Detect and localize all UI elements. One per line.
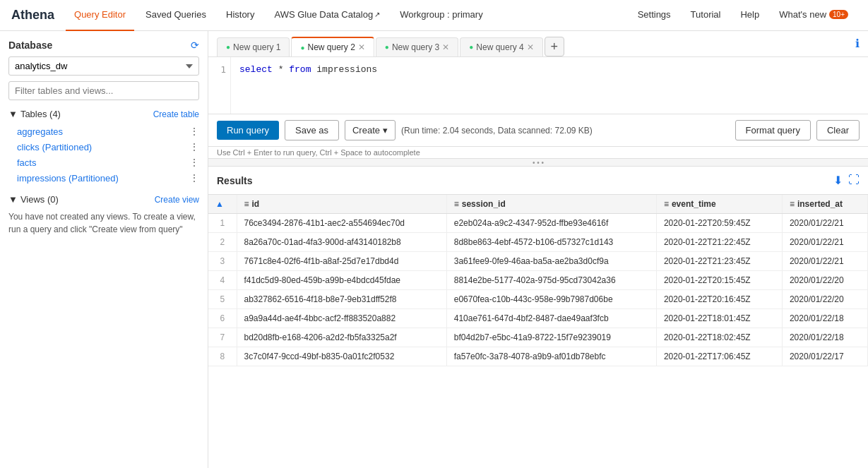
nav-tutorial[interactable]: Tutorial — [682, 0, 730, 31]
chevron-down-create-icon: ▾ — [383, 125, 388, 136]
info-icon[interactable]: ℹ — [855, 37, 860, 50]
tab-status-icon-3: ● — [385, 43, 389, 51]
nav-whats-new[interactable]: What's new 10+ — [771, 0, 857, 31]
views-section: ▼ Views (0) Create view You have not cre… — [8, 194, 199, 236]
tables-section-label: ▼ Tables (4) — [8, 109, 61, 119]
nav-help[interactable]: Help — [732, 0, 768, 31]
editor-gutter: 1 — [208, 57, 231, 114]
tab-close-4[interactable]: ✕ — [527, 43, 534, 52]
table-item-facts[interactable]: facts ⋮ — [8, 155, 199, 170]
sort-icon-event-time: ≡ — [664, 199, 669, 209]
cell-session-id: 410ae761-647d-4bf2-8487-dae49aaf3fcb — [446, 309, 656, 328]
cell-id: bd20d8fb-e168-4206-a2d2-fb5fa3325a2f — [237, 328, 446, 347]
cell-inserted-at: 2020/01/22/18 — [782, 328, 867, 347]
table-menu-aggregates[interactable]: ⋮ — [189, 126, 199, 137]
cell-id: a9a9a44d-ae4f-4bbc-acf2-ff883520a882 — [237, 309, 446, 328]
cell-id: 8a26a70c-01ad-4fa3-900d-af43140182b8 — [237, 233, 446, 252]
table-row: 6 a9a9a44d-ae4f-4bbc-acf2-ff883520a882 4… — [208, 309, 868, 328]
cell-num: 3 — [208, 252, 237, 271]
run-query-button[interactable]: Run query — [217, 121, 279, 140]
run-info: (Run time: 2.04 seconds, Data scanned: 7… — [401, 126, 593, 136]
database-select[interactable]: analytics_dw — [8, 56, 199, 76]
table-item-impressions[interactable]: impressions (Partitioned) ⋮ — [8, 170, 199, 186]
tab-label-3: New query 3 — [392, 42, 439, 52]
cell-event-time: 2020-01-22T18:01:45Z — [656, 309, 782, 328]
table-menu-facts[interactable]: ⋮ — [189, 157, 199, 168]
sort-icon-num[interactable]: ▲ — [215, 199, 224, 209]
clear-button[interactable]: Clear — [816, 120, 860, 140]
cell-id: ab327862-6516-4f18-b8e7-9eb31dff52f8 — [237, 290, 446, 309]
table-menu-impressions[interactable]: ⋮ — [189, 172, 199, 184]
create-button[interactable]: Create ▾ — [345, 120, 396, 140]
nav-settings[interactable]: Settings — [629, 0, 679, 31]
table-name-aggregates: aggregates — [17, 126, 63, 137]
col-header-session-id[interactable]: ≡ session_id — [446, 195, 656, 214]
nav-right-actions: Settings Tutorial Help What's new 10+ — [629, 0, 857, 31]
save-as-button[interactable]: Save as — [285, 120, 339, 140]
filter-input[interactable] — [8, 81, 199, 100]
views-section-header: ▼ Views (0) Create view — [8, 194, 199, 205]
tab-close-2[interactable]: ✕ — [358, 43, 365, 52]
tab-new-query-2[interactable]: ● New query 2 ✕ — [291, 37, 374, 56]
add-tab-button[interactable]: + — [545, 37, 564, 56]
sort-icon-session-id: ≡ — [454, 199, 459, 209]
tab-close-3[interactable]: ✕ — [442, 43, 449, 52]
tab-new-query-1[interactable]: ● New query 1 — [217, 37, 290, 56]
table-row: 3 7671c8e4-02f6-4f1b-a8af-25d7e17dbd4d 3… — [208, 252, 868, 271]
expand-icon[interactable]: ⛶ — [848, 174, 860, 187]
table-name-impressions: impressions (Partitioned) — [17, 173, 119, 184]
cell-inserted-at: 2020/01/22/17 — [782, 347, 867, 366]
cell-session-id: 8d8be863-4ebf-4572-b106-d57327c1d143 — [446, 233, 656, 252]
views-section-label: ▼ Views (0) — [8, 194, 59, 205]
cell-event-time: 2020-01-22T21:22:45Z — [656, 233, 782, 252]
col-header-id[interactable]: ≡ id — [237, 195, 446, 214]
nav-saved-queries[interactable]: Saved Queries — [137, 0, 215, 31]
table-menu-clicks[interactable]: ⋮ — [189, 141, 199, 152]
sidebar: Database ⟳ analytics_dw ▼ Tables (4) Cre… — [0, 31, 208, 468]
cell-event-time: 2020-01-22T17:06:45Z — [656, 347, 782, 366]
tab-new-query-4[interactable]: ● New query 4 ✕ — [460, 37, 542, 56]
tab-status-icon-2: ● — [300, 44, 304, 52]
chevron-down-icon: ▼ — [8, 109, 18, 119]
cell-event-time: 2020-01-22T21:23:45Z — [656, 252, 782, 271]
nav-history[interactable]: History — [218, 0, 263, 31]
table-row: 1 76ce3494-2876-41b1-aec2-a554694ec70d e… — [208, 214, 868, 233]
resize-handle[interactable]: • • • — [208, 158, 868, 167]
cell-inserted-at: 2020/01/22/21 — [782, 214, 867, 233]
cell-num: 4 — [208, 271, 237, 290]
results-panel: Results ⬇ ⛶ ▲ — [208, 167, 868, 468]
shortcut-hint: Use Ctrl + Enter to run query, Ctrl + Sp… — [208, 147, 868, 158]
download-icon[interactable]: ⬇ — [833, 174, 843, 187]
create-table-link[interactable]: Create table — [153, 109, 199, 119]
table-row: 8 3c7c0f47-9ccd-49bf-b835-0a01fc2f0532 f… — [208, 347, 868, 366]
chevron-down-icon-views: ▼ — [8, 194, 18, 205]
create-view-link[interactable]: Create view — [155, 195, 199, 205]
cell-id: 3c7c0f47-9ccd-49bf-b835-0a01fc2f0532 — [237, 347, 446, 366]
database-label: Database — [8, 40, 52, 51]
tab-label-4: New query 4 — [476, 42, 523, 52]
editor-content[interactable]: select * from impressions — [231, 57, 386, 114]
table-item-clicks[interactable]: clicks (Partitioned) ⋮ — [8, 139, 199, 155]
col-header-num: ▲ — [208, 195, 237, 214]
cell-session-id: fa57e0fc-3a78-4078-a9b9-af01db78ebfc — [446, 347, 656, 366]
col-header-event-time[interactable]: ≡ event_time — [656, 195, 782, 214]
cell-event-time: 2020-01-22T20:59:45Z — [656, 214, 782, 233]
nav-workgroup[interactable]: Workgroup : primary — [391, 0, 492, 31]
query-toolbar: Run query Save as Create ▾ (Run time: 2.… — [208, 114, 868, 147]
table-item-aggregates[interactable]: aggregates ⋮ — [8, 124, 199, 139]
tab-status-icon-1: ● — [226, 43, 230, 51]
refresh-icon[interactable]: ⟳ — [191, 40, 199, 51]
col-header-inserted-at[interactable]: ≡ inserted_at — [782, 195, 867, 214]
table-name-facts: facts — [17, 157, 36, 168]
cell-inserted-at: 2020/01/22/18 — [782, 309, 867, 328]
tables-list: aggregates ⋮ clicks (Partitioned) ⋮ fact… — [8, 124, 199, 186]
cell-num: 6 — [208, 309, 237, 328]
format-query-button[interactable]: Format query — [735, 120, 811, 140]
sort-icon-inserted-at: ≡ — [790, 199, 795, 209]
cell-inserted-at: 2020/01/22/21 — [782, 252, 867, 271]
views-empty-text: You have not created any views. To creat… — [8, 210, 199, 236]
tab-new-query-3[interactable]: ● New query 3 ✕ — [376, 37, 458, 56]
nav-query-editor[interactable]: Query Editor — [66, 0, 134, 31]
cell-inserted-at: 2020/01/22/20 — [782, 271, 867, 290]
nav-glue-catalog[interactable]: AWS Glue Data Catalog ↗ — [266, 0, 388, 31]
